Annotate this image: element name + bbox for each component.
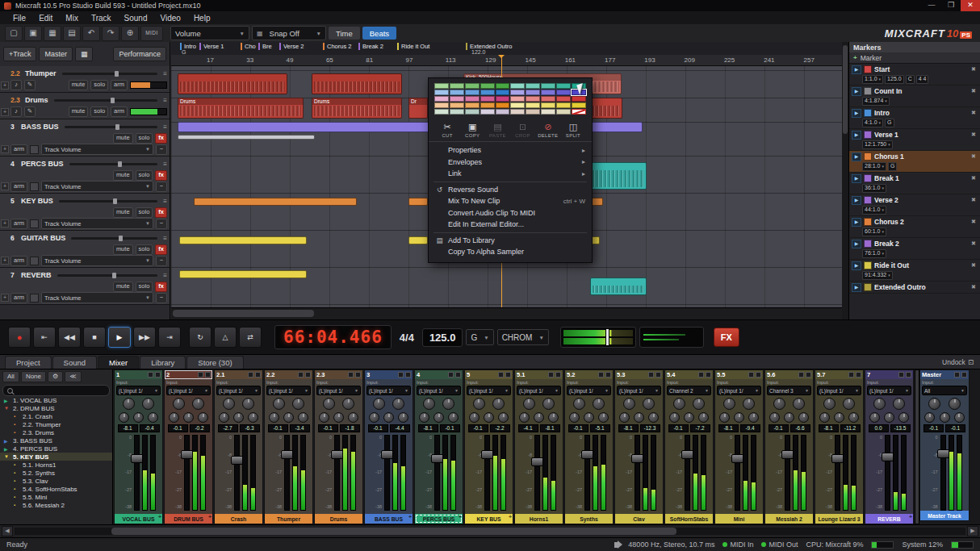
input-select[interactable]: (L)Input 1/▼ [216,386,261,395]
add-track-button[interactable]: +Track [3,47,36,61]
color-swatch[interactable] [465,90,480,95]
tab-project[interactable]: Project [5,356,52,369]
automation-color-swatch[interactable] [30,257,39,265]
track-volume-select[interactable]: Track Volume▼ [41,292,153,303]
color-swatch[interactable] [434,90,449,95]
volume-slider-handle[interactable] [605,328,609,346]
marker-delete-button[interactable]: ✖ [970,175,978,182]
mute-button[interactable]: mute [113,244,133,255]
timeline-horizontal-scrollbar[interactable] [171,307,842,319]
marker-delete-button[interactable]: ✖ [970,88,978,94]
audio-clip[interactable] [178,135,315,140]
marker-color-swatch[interactable] [864,87,872,95]
color-swatch[interactable] [480,96,495,102]
slider-handle[interactable] [113,198,117,204]
pan-knob[interactable] [492,398,505,410]
pan-knob[interactable] [843,398,855,410]
color-swatch[interactable] [526,96,540,102]
pan-knob[interactable] [292,398,304,410]
eq-high-knob[interactable] [869,412,880,423]
add-send-icon[interactable]: + [509,514,512,520]
add-marker-button[interactable]: + Marker [849,52,980,64]
color-swatch[interactable] [556,109,571,115]
eq-low-knob[interactable] [954,412,965,423]
strip-header[interactable]: 2.3 [315,370,362,379]
send-knob[interactable] [823,398,836,410]
snap-select[interactable]: ▦ Snap Off ▼ [252,26,326,40]
volume-fader[interactable] [534,435,540,511]
performance-button[interactable]: Performance [113,47,166,61]
eq-mid-knob[interactable] [433,412,444,423]
volume-fader[interactable] [234,435,240,511]
volume-fader[interactable] [434,435,440,511]
color-swatch[interactable] [541,83,555,89]
strip-header[interactable]: 2.1 [215,370,262,379]
eq-mid-knob[interactable] [383,412,394,423]
split-action-button[interactable]: ◫SPLIT [562,122,584,138]
marker-name[interactable]: Verse 2 [874,196,967,204]
input-select[interactable]: Channel 3▼ [767,386,811,395]
marker-play-button[interactable]: ▶ [852,196,861,205]
marker-name[interactable]: Count In [874,87,967,95]
marker-delete-button[interactable]: ✖ [970,66,978,73]
track-expand-button[interactable]: + [1,294,9,302]
collapse-lane-button[interactable]: − [156,256,167,266]
track-name[interactable]: GUITAR BUS [21,234,65,242]
marker-delete-button[interactable]: ✖ [970,240,978,247]
send-knob[interactable] [623,398,635,410]
eq-low-knob[interactable] [548,412,559,423]
strip-monitor-icon[interactable] [405,372,411,378]
solo-button[interactable]: solo [136,133,153,144]
color-swatch[interactable] [572,102,586,108]
marker-field[interactable]: 76:1.0▾ [862,249,886,258]
pan-knob[interactable] [893,398,905,410]
track-expand-button[interactable]: + [1,257,9,265]
track-name[interactable]: KEY BUS [21,197,53,205]
arm-button[interactable]: arm [10,293,27,303]
arm-button[interactable]: arm [10,256,27,266]
context-menu-item-envelopes[interactable]: Envelopes▸ [429,157,592,169]
scrollbar-thumb[interactable] [173,310,314,317]
color-swatch[interactable] [556,83,571,89]
strip-nameplate[interactable]: BASS BUS+ [365,514,413,524]
timeline-vertical-scrollbar[interactable] [842,42,848,319]
time-mode-button[interactable]: Time [329,27,360,40]
tree-collapsed-icon[interactable]: ▶ [4,398,10,403]
menu-mix[interactable]: Mix [59,13,85,23]
marker-delete-button[interactable]: ✖ [970,284,978,290]
mute-button[interactable]: mute [69,106,89,117]
color-swatch[interactable] [496,109,510,115]
send-knob[interactable] [523,398,535,410]
eq-high-knob[interactable] [619,412,630,423]
filter-all-button[interactable]: All [2,371,19,382]
marker-field[interactable]: 4:1.0▾ [862,119,883,127]
color-swatch[interactable] [556,102,571,108]
zoom-icon[interactable]: ⊕ [121,26,139,41]
menu-edit[interactable]: Edit [32,13,59,23]
marker-play-button[interactable]: ▶ [852,109,861,118]
eq-low-knob[interactable] [148,412,158,423]
send-knob[interactable] [573,398,585,410]
timeline-marker-label[interactable]: Bre [258,43,272,50]
mixer-tree-item[interactable]: ▪5.2. Synths [0,469,112,477]
strip-monitor-icon[interactable] [155,372,161,378]
strip-nameplate[interactable]: REVERB+ [865,514,913,524]
pan-knob[interactable] [593,398,605,410]
mixer-settings-button[interactable]: ⚙ [48,371,63,382]
volume-fader[interactable] [940,435,946,511]
marker-item[interactable]: ▶Count In✖4:1.874▾ [849,86,980,107]
marker-color-swatch[interactable] [864,174,872,182]
volume-fader[interactable] [835,435,840,511]
collapse-lane-button[interactable]: − [156,219,167,229]
track-volume-slider[interactable] [69,163,158,165]
track-volume-select[interactable]: Track Volume▼ [41,181,153,192]
master-volume-slider[interactable] [560,327,636,348]
strip-nameplate[interactable]: PERCS BUS+ [415,514,463,524]
beats-mode-button[interactable]: Beats [362,27,396,40]
marker-field[interactable]: 4 4 [916,75,929,84]
strip-nameplate[interactable]: SoftHornStabs [665,514,713,524]
send-knob[interactable] [873,398,886,410]
track-name[interactable]: REVERB [21,271,52,279]
color-swatch[interactable] [572,109,586,115]
strip-nameplate[interactable]: Drums [315,514,362,524]
